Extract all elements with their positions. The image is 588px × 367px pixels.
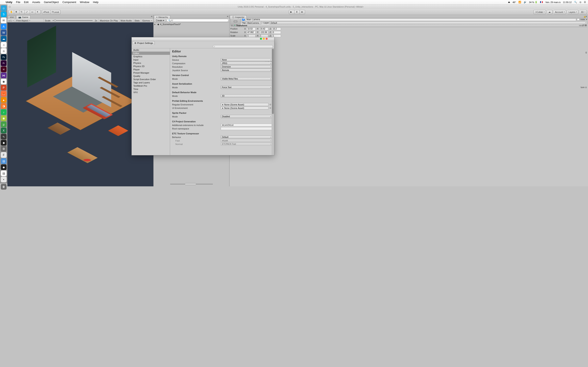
category-physics[interactable]: Physics [132,61,170,65]
rect-tool[interactable]: ▭ [30,10,35,14]
dock-music[interactable]: ♫ [1,42,7,48]
dock-dropbox[interactable]: ⧈ [1,48,7,54]
menu-edit[interactable]: Edit [24,1,28,4]
setting-object-field[interactable]: ◆None (Scene Asset) [221,103,268,106]
settings-scrollbar[interactable] [272,48,274,155]
category-tags-and-layers[interactable]: Tags and Layers [132,81,170,84]
setting-dropdown[interactable]: None [221,58,272,61]
pos-y[interactable] [259,27,268,30]
dock-terminal[interactable]: ▪ [1,176,7,182]
category-quality[interactable]: Quality [132,75,170,78]
app-menu[interactable]: Unity [6,1,12,4]
dock-unity[interactable]: ◆ [1,140,7,146]
dock-preview[interactable]: ▤ [1,158,7,164]
category-preset-manager[interactable]: Preset Manager [132,71,170,75]
dock-chrome[interactable]: ◉ [1,79,7,84]
maximize-toggle[interactable]: Maximize On Play [99,19,120,22]
category-time[interactable]: Time [132,87,170,91]
traffic-green[interactable] [260,38,262,40]
scale-tool[interactable]: ⤢ [25,10,30,14]
setting-dropdown[interactable]: Remote [221,69,272,72]
tab-game[interactable]: 📷 Game [16,15,30,19]
dock-word[interactable]: W [1,30,7,35]
category-player[interactable]: Player [132,68,170,71]
category-script-execution-order[interactable]: Script Execution Order [132,78,170,81]
play-button[interactable]: ▶ [289,10,294,14]
menu-window[interactable]: Window [80,1,89,4]
dock-notes[interactable]: ▤ [1,170,7,176]
dock-unityhub[interactable]: ◆ [1,164,7,170]
tab-scene[interactable]: ene [8,15,16,19]
setting-dropdown[interactable]: Disabled [221,115,272,118]
gizmos-dropdown[interactable]: Gizmos [141,19,153,22]
scl-x[interactable] [247,34,256,37]
setting-dropdown[interactable]: Force Text [221,86,272,89]
stats-toggle[interactable]: Stats [133,19,141,22]
panel-menu-icon[interactable]: •≡ [151,15,152,17]
setting-dropdown[interactable]: Visible Meta Files [221,77,272,80]
pos-x[interactable] [247,27,256,30]
dock-powerpoint[interactable]: P [1,85,7,91]
dock-utorrent[interactable]: µ [1,122,7,127]
setting-dropdown[interactable]: JPEG [221,62,272,65]
category-audio[interactable]: Audio [132,48,170,52]
hierarchy-search[interactable]: 🔍All [167,19,228,22]
panel-menu-icon[interactable]: •≡ [227,15,228,17]
dock-firefox[interactable]: 🦊 [1,91,7,97]
setting-text-field[interactable] [221,124,272,127]
tab-project-settings[interactable]: ⚙ Project Settings [132,41,155,45]
setting-object-field[interactable]: ◆None (Scene Asset) [221,106,268,109]
category-physics-2d[interactable]: Physics 2D [132,65,170,68]
dock-photoshop[interactable]: Ps [1,54,7,60]
scl-z[interactable] [272,34,281,37]
dock-indesign[interactable]: Id [1,67,7,72]
setting-dropdown[interactable]: Default [221,136,272,139]
dock-spotify[interactable]: ♪ [1,109,7,115]
hierarchy-zoom-slider[interactable] [170,183,213,184]
setting-text-field[interactable] [221,127,272,130]
move-tool[interactable]: ✥ [14,10,19,14]
menu-component[interactable]: Component [62,1,76,4]
setting-dropdown[interactable]: Downsize [221,65,272,68]
rotate-tool[interactable]: ↻ [19,10,25,14]
dock-sysprefs[interactable]: ⚙ [1,146,7,152]
dock-android[interactable]: ◉ [1,115,7,121]
mute-toggle[interactable]: Mute Audio [120,19,133,22]
rot-x[interactable] [247,31,256,34]
dock-vlc[interactable]: ▲ [1,97,7,103]
dock-visualstudio[interactable]: ⋈ [1,73,7,78]
settings-search[interactable] [213,45,273,48]
category-graphics[interactable]: Graphics [132,55,170,58]
menu-gameobject[interactable]: GameObject [44,1,59,4]
dock-finder[interactable]: ☺ [1,5,7,11]
category-input[interactable]: Input [132,58,170,61]
aspect-dropdown[interactable]: Free Aspect [15,19,44,22]
dock-activity[interactable]: ∿ [1,134,7,140]
traffic-yellow[interactable] [263,38,265,40]
display-dropdown[interactable]: y 1 [7,19,15,22]
pos-z[interactable] [272,27,281,30]
menu-assets[interactable]: Assets [32,1,40,4]
multi-tool[interactable]: ✦ [35,10,41,14]
pivot-toggle[interactable]: ▪ Pivot [42,10,51,14]
category-vfx[interactable]: VFX [132,91,170,94]
dock-appstore[interactable]: A [1,24,7,29]
dock-skype[interactable]: S [1,11,7,17]
dock-blender[interactable]: ◑ [1,103,7,109]
category-textmesh-pro[interactable]: TextMesh Pro [132,84,170,87]
category-editor[interactable]: Editor [132,52,170,55]
menu-help[interactable]: Help [93,1,98,4]
scene-row[interactable]: ▶ ◆ 4_SceneInputTouch* [154,23,229,26]
tab-hierarchy[interactable]: ≡ Hierarchy [154,15,170,19]
setting-dropdown[interactable]: 3D [221,94,272,98]
layer-dropdown[interactable]: Default [269,21,294,24]
rot-y[interactable] [259,31,268,34]
dock-excel[interactable]: X [1,128,7,133]
local-toggle[interactable]: ⟳ Local [51,10,60,14]
scale-slider[interactable]: Scale 2x [44,19,99,22]
hand-tool[interactable]: ✋ [9,10,14,14]
dock-font[interactable]: F [1,152,7,158]
create-dropdown[interactable]: Create ▾ [154,19,166,22]
traffic-red[interactable] [266,38,268,40]
tag-dropdown[interactable]: MainCamera [246,21,261,24]
